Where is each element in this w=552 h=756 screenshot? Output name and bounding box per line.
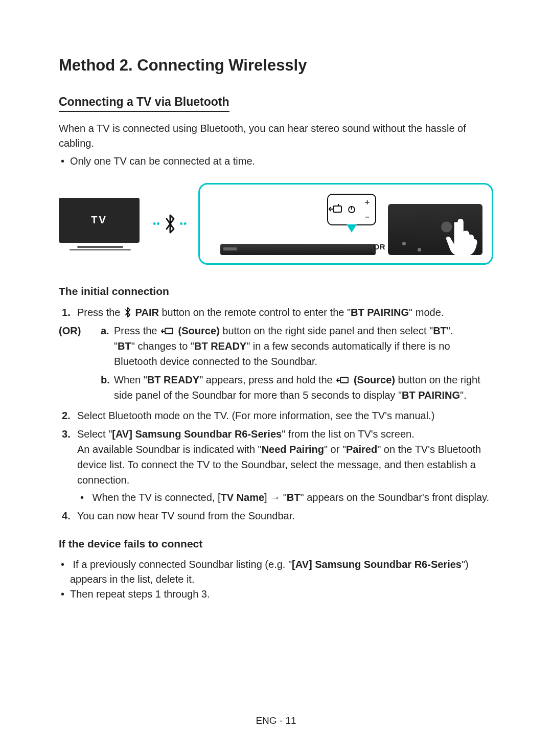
fail-list: If a previously connected Soundbar listi…: [70, 557, 493, 602]
steps-list-cont: Select Bluetooth mode on the TV. (For mo…: [59, 408, 493, 523]
touch-panel-illustration: [388, 204, 482, 255]
step-1b: b. When "BT READY" appears, press and ho…: [101, 372, 493, 403]
bluetooth-signal-icon: •• ••: [153, 214, 187, 234]
intro-bullet: Only one TV can be connected at a time.: [70, 154, 493, 169]
text: button on the right side panel and then …: [220, 325, 433, 336]
steps-list: Press the PAIR button on the remote cont…: [59, 305, 493, 320]
text: " appears on the Soundbar's front displa…: [301, 492, 490, 503]
soundbar-illustration-box: ＋ － OR: [198, 183, 493, 265]
page-footer: ENG - 11: [0, 715, 552, 726]
subheading-initial: The initial connection: [59, 285, 493, 297]
tv-name-label: TV Name: [220, 492, 264, 503]
bluetooth-icon: [164, 214, 177, 234]
step-1: Press the PAIR button on the remote cont…: [59, 305, 493, 320]
model-label: [AV] Samsung Soundbar R6-Series: [292, 559, 462, 570]
text: ] → ": [264, 492, 287, 503]
step-4: You can now hear TV sound from the Sound…: [59, 508, 493, 523]
signal-dots-left: ••: [153, 219, 160, 230]
text: ".: [447, 325, 453, 336]
source-label: (Source): [354, 374, 395, 385]
text: Press the: [114, 325, 160, 336]
section-title-bluetooth: Connecting a TV via Bluetooth: [59, 95, 229, 112]
need-pairing-label: Need Pairing: [262, 444, 324, 455]
or-label: OR: [374, 242, 386, 251]
text: " changes to ": [131, 340, 194, 352]
text: Select ": [77, 428, 112, 440]
text: " appears, press and hold the: [199, 374, 335, 385]
bt-label: BT: [287, 492, 301, 503]
or-alternative: (OR) a. Press the (Source) button on the…: [59, 323, 493, 403]
bt-ready-label: BT READY: [147, 374, 199, 385]
step-2: Select Bluetooth mode on the TV. (For mo…: [59, 408, 493, 423]
page-title: Method 2. Connecting Wirelessly: [59, 56, 493, 75]
source-label: (Source): [178, 325, 220, 336]
text: An available Soundbar is indicated with …: [77, 444, 262, 455]
text: " or ": [324, 444, 346, 455]
fail-item-1: If a previously connected Soundbar listi…: [70, 557, 493, 587]
list-marker-a: a.: [101, 323, 109, 338]
text: " from the list on TV's screen.: [282, 428, 415, 440]
fail-item-2: Then repeat steps 1 through 3.: [70, 587, 493, 602]
step-3-sub: When the TV is connected, [TV Name] → "B…: [89, 490, 493, 505]
bt-label: BT: [118, 340, 131, 352]
bt-pairing-label: BT PAIRING: [402, 390, 460, 401]
text: ".: [460, 390, 467, 401]
tv-label: TV: [91, 214, 107, 226]
text: button on the remote control to enter th…: [159, 307, 351, 318]
model-label: [AV] Samsung Soundbar R6-Series: [112, 428, 282, 440]
text: If a previously connected Soundbar listi…: [73, 559, 292, 570]
svg-rect-3: [165, 328, 173, 334]
tv-screen: TV: [59, 198, 140, 243]
soundbar-body: [220, 244, 376, 255]
text: " mode.: [409, 307, 444, 318]
bt-pairing-label: BT PAIRING: [351, 307, 409, 318]
bt-ready-label: BT READY: [194, 340, 246, 352]
tv-illustration: TV: [59, 198, 142, 250]
step-3: Select "[AV] Samsung Soundbar R6-Series"…: [59, 426, 493, 505]
control-panel-callout: ＋ －: [327, 194, 376, 225]
subheading-fail: If the device fails to connect: [59, 538, 493, 550]
text: When ": [114, 374, 147, 385]
text: When the TV is connected, [: [93, 492, 221, 503]
pair-label: PAIR: [135, 307, 159, 318]
step-1a: a. Press the (Source) button on the righ…: [101, 323, 493, 369]
connection-diagram: TV •• •• ＋ － OR: [59, 183, 493, 265]
svg-rect-4: [340, 377, 348, 383]
svg-rect-0: [333, 206, 341, 212]
paired-label: Paired: [346, 444, 377, 455]
bt-label: BT: [433, 325, 447, 336]
bluetooth-icon: [124, 307, 131, 317]
intro-text: When a TV is connected using Bluetooth, …: [59, 121, 493, 151]
hand-icon: [436, 208, 482, 255]
or-word: (OR): [59, 323, 81, 338]
callout-pointer-icon: [347, 224, 357, 233]
source-icon: [161, 327, 174, 336]
signal-dots-right: ••: [180, 219, 188, 230]
text: Press the: [77, 307, 123, 318]
source-icon: [336, 376, 350, 385]
list-marker-b: b.: [101, 372, 110, 387]
